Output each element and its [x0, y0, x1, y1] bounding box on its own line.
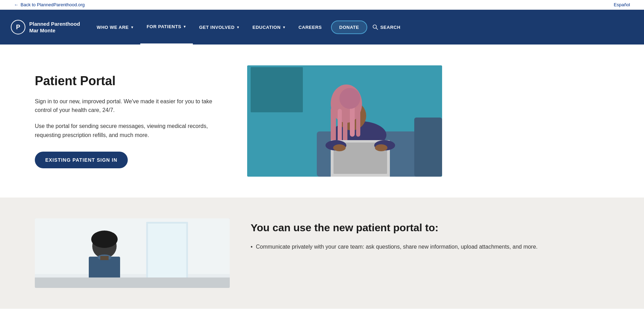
- espanol-link[interactable]: Español: [614, 2, 630, 7]
- nav-item-for-patients[interactable]: FOR PATIENTS ▼: [140, 10, 193, 45]
- bottom-image: [35, 218, 230, 288]
- svg-rect-26: [148, 224, 186, 283]
- bottom-list-item-1: Communicate privately with your care tea…: [251, 242, 609, 251]
- back-arrow-icon: ←: [14, 2, 18, 7]
- svg-rect-31: [100, 256, 109, 260]
- svg-point-21: [333, 144, 346, 151]
- nav-label-careers: CAREERS: [298, 25, 322, 30]
- svg-text:P: P: [16, 24, 20, 31]
- pp-logo-icon: P: [10, 19, 26, 35]
- nav-items: WHO WE ARE ▼ FOR PATIENTS ▼ GET INVOLVED…: [91, 10, 634, 45]
- svg-rect-24: [35, 218, 230, 274]
- bottom-illustration: [35, 218, 230, 288]
- hero-section: Patient Portal Sign in to our new, impro…: [0, 45, 644, 198]
- back-link-label: Back to PlannedParenthood.org: [21, 2, 85, 7]
- hero-image: [247, 65, 442, 177]
- nav-item-education[interactable]: EDUCATION ▼: [246, 10, 292, 45]
- hero-image-bg: [247, 65, 442, 177]
- donate-button[interactable]: DONATE: [331, 21, 368, 34]
- logo-link[interactable]: P Planned Parenthood Mar Monte: [10, 19, 80, 35]
- nav-label-get-involved: GET INVOLVED: [199, 25, 235, 30]
- bottom-title: You can use the new patient portal to:: [251, 222, 609, 234]
- search-button[interactable]: SEARCH: [367, 10, 406, 45]
- nav-label-for-patients: FOR PATIENTS: [147, 24, 181, 29]
- hero-description-1: Sign in to our new, improved portal. We'…: [35, 97, 226, 115]
- svg-rect-11: [331, 107, 336, 142]
- svg-line-3: [376, 28, 378, 30]
- svg-point-16: [339, 88, 360, 109]
- chevron-down-icon: ▼: [236, 25, 240, 29]
- nav-label-education: EDUCATION: [252, 25, 281, 30]
- bottom-section: You can use the new patient portal to: C…: [0, 198, 644, 309]
- search-icon: [372, 24, 378, 30]
- hero-title: Patient Portal: [35, 74, 226, 88]
- navbar: P Planned Parenthood Mar Monte WHO WE AR…: [0, 10, 644, 45]
- nav-item-get-involved[interactable]: GET INVOLVED ▼: [193, 10, 246, 45]
- svg-rect-7: [414, 118, 442, 177]
- existing-patient-sign-in-button[interactable]: EXISTING PATIENT SIGN IN: [35, 152, 128, 168]
- chevron-down-icon: ▼: [183, 25, 187, 29]
- nav-item-careers[interactable]: CAREERS: [292, 10, 328, 45]
- logo-text: Planned Parenthood Mar Monte: [29, 21, 80, 34]
- back-link[interactable]: ← Back to PlannedParenthood.org: [14, 2, 85, 7]
- top-bar: ← Back to PlannedParenthood.org Español: [0, 0, 644, 10]
- svg-rect-5: [251, 67, 303, 112]
- hero-description-2: Use the portal for sending secure messag…: [35, 122, 226, 139]
- nav-label-who-we-are: WHO WE ARE: [97, 25, 129, 30]
- chevron-down-icon: ▼: [282, 25, 286, 29]
- svg-rect-32: [35, 277, 230, 288]
- hero-illustration: [247, 65, 442, 177]
- svg-point-22: [375, 144, 387, 151]
- bottom-content: You can use the new patient portal to: C…: [251, 218, 609, 251]
- svg-rect-15: [356, 107, 360, 137]
- svg-rect-14: [350, 105, 355, 137]
- bottom-image-bg: [35, 218, 230, 288]
- search-label: SEARCH: [380, 25, 400, 30]
- hero-content: Patient Portal Sign in to our new, impro…: [35, 74, 226, 168]
- chevron-down-icon: ▼: [131, 25, 134, 29]
- svg-point-28: [91, 231, 118, 248]
- nav-item-who-we-are[interactable]: WHO WE ARE ▼: [91, 10, 140, 45]
